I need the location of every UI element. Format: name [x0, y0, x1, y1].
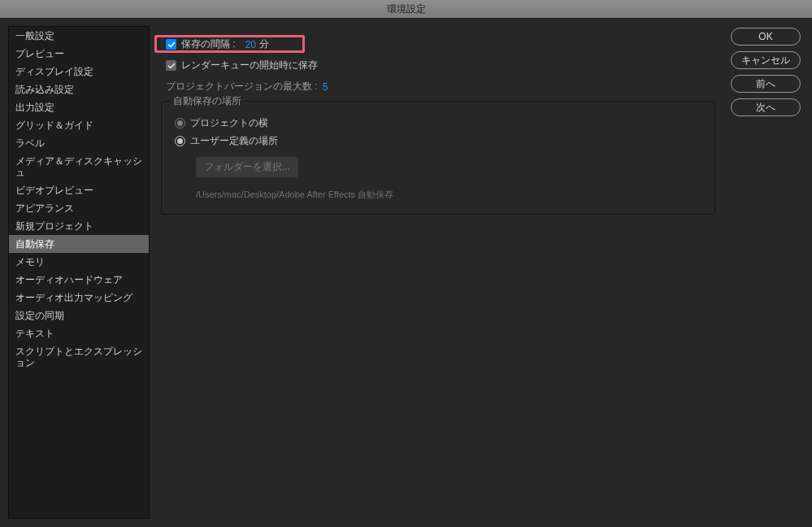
save-interval-value[interactable]: 20 [245, 39, 256, 50]
sidebar-item-new-project[interactable]: 新規プロジェクト [9, 217, 149, 235]
check-icon [167, 62, 176, 70]
sidebar-item-appearance[interactable]: アピアランス [9, 199, 149, 217]
sidebar-item-text[interactable]: テキスト [9, 324, 149, 342]
autosave-path: /Users/mac/Desktop/Adobe After Effects 自… [196, 189, 701, 201]
sidebar-item-video-preview[interactable]: ビデオプレビュー [9, 181, 149, 199]
radio-next-to-project[interactable] [175, 118, 185, 128]
sidebar-item-media-disk-cache[interactable]: メディア＆ディスクキャッシュ [9, 152, 149, 181]
next-button[interactable]: 次へ [731, 98, 801, 116]
main-panel: 保存の間隔 : 20 分 レンダーキューの開始時に保存 プロジェクトバージョンの… [150, 26, 731, 519]
sidebar-item-audio-output-mapping[interactable]: オーディオ出力マッピング [9, 289, 149, 307]
save-on-renderqueue-checkbox[interactable] [166, 60, 176, 71]
save-on-renderqueue-label: レンダーキューの開始時に保存 [181, 59, 318, 72]
radio-custom-location-label: ユーザー定義の場所 [190, 134, 278, 148]
sidebar-item-memory[interactable]: メモリ [9, 253, 149, 271]
max-versions-label: プロジェクトバージョンの最大数 : [166, 80, 318, 94]
radio-custom-location[interactable] [175, 136, 185, 146]
sidebar-item-output[interactable]: 出力設定 [9, 98, 149, 116]
sidebar-item-import[interactable]: 読み込み設定 [9, 81, 149, 98]
dialog-buttons: OK キャンセル 前へ 次へ [731, 26, 812, 519]
sidebar-item-autosave[interactable]: 自動保存 [9, 235, 149, 253]
max-versions-value[interactable]: 5 [323, 81, 328, 93]
sidebar-item-scripting-expressions[interactable]: スクリプトとエクスプレッション [9, 342, 149, 372]
radio-next-to-project-label: プロジェクトの横 [190, 116, 268, 130]
autosave-location-title: 自動保存の場所 [170, 94, 245, 108]
save-interval-checkbox[interactable] [166, 39, 176, 50]
save-interval-unit: 分 [259, 37, 269, 51]
save-interval-label: 保存の間隔 : [181, 37, 236, 51]
sidebar: 一般設定 プレビュー ディスプレイ設定 読み込み設定 出力設定 グリッド＆ガイド… [8, 26, 150, 519]
ok-button[interactable]: OK [731, 28, 801, 46]
autosave-location-group: 自動保存の場所 プロジェクトの横 ユーザー定義の場所 フォルダーを選択... /… [161, 101, 715, 215]
sidebar-item-sync-settings[interactable]: 設定の同期 [9, 307, 149, 324]
previous-button[interactable]: 前へ [731, 75, 801, 93]
sidebar-item-preview[interactable]: プレビュー [9, 45, 149, 63]
check-icon [167, 41, 176, 49]
sidebar-item-display[interactable]: ディスプレイ設定 [9, 63, 149, 81]
cancel-button[interactable]: キャンセル [731, 51, 801, 69]
sidebar-item-general[interactable]: 一般設定 [9, 27, 149, 45]
sidebar-item-labels[interactable]: ラベル [9, 134, 149, 152]
sidebar-item-grid-guides[interactable]: グリッド＆ガイド [9, 116, 149, 134]
choose-folder-button[interactable]: フォルダーを選択... [196, 157, 298, 177]
sidebar-item-audio-hardware[interactable]: オーディオハードウェア [9, 271, 149, 289]
window-title: 環境設定 [0, 0, 812, 18]
